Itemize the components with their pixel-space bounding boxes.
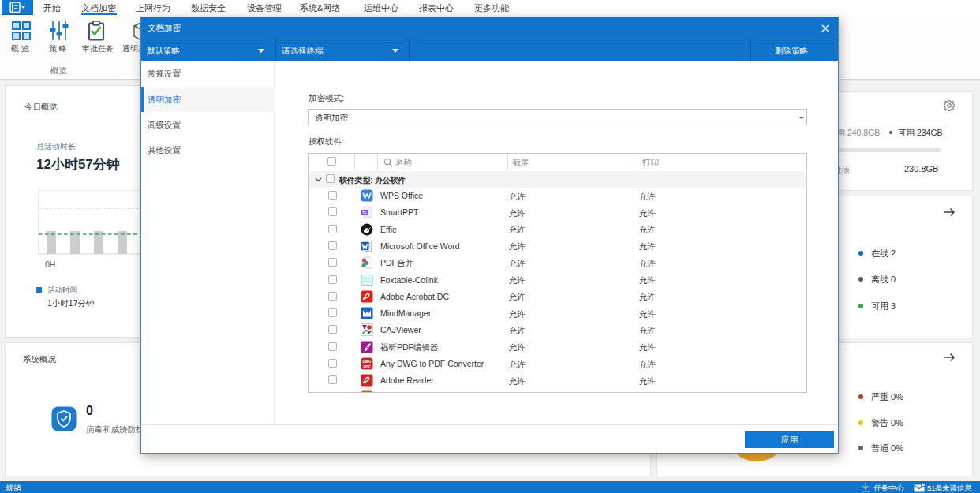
svg-text:PDF: PDF	[363, 365, 370, 369]
svg-text:DWG: DWG	[362, 360, 372, 364]
